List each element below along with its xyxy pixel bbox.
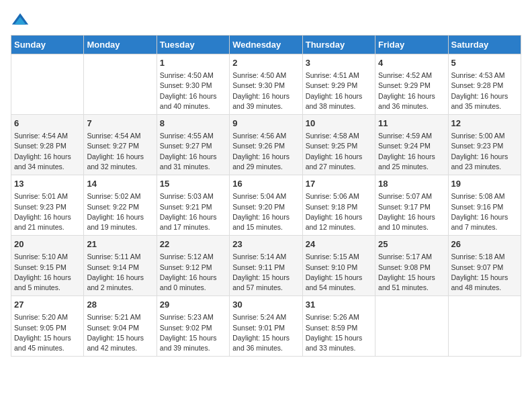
day-number: 22 [160,238,226,250]
day-info: Sunrise: 4:52 AM Sunset: 9:29 PM Dayligh… [378,71,445,111]
day-cell: 17Sunrise: 5:06 AM Sunset: 9:18 PM Dayli… [302,175,375,236]
header-saturday: Saturday [448,36,521,54]
day-cell: 5Sunrise: 4:53 AM Sunset: 9:28 PM Daylig… [448,54,521,115]
day-number: 6 [14,118,81,130]
day-cell: 19Sunrise: 5:08 AM Sunset: 9:16 PM Dayli… [448,175,521,236]
day-number: 28 [87,299,153,311]
day-cell: 6Sunrise: 4:54 AM Sunset: 9:28 PM Daylig… [11,115,84,175]
day-info: Sunrise: 4:51 AM Sunset: 9:29 PM Dayligh… [306,71,372,111]
day-cell [84,54,157,115]
header-sunday: Sunday [11,36,84,54]
day-number: 27 [14,299,81,311]
day-cell: 12Sunrise: 5:00 AM Sunset: 9:23 PM Dayli… [448,115,521,175]
day-info: Sunrise: 5:11 AM Sunset: 9:14 PM Dayligh… [87,252,153,293]
day-cell [11,54,84,115]
day-info: Sunrise: 4:54 AM Sunset: 9:27 PM Dayligh… [87,131,153,172]
day-number: 5 [451,57,518,69]
header-tuesday: Tuesday [157,36,229,54]
day-info: Sunrise: 5:23 AM Sunset: 9:02 PM Dayligh… [160,312,226,353]
day-info: Sunrise: 5:03 AM Sunset: 9:21 PM Dayligh… [160,191,226,232]
day-cell: 2Sunrise: 4:50 AM Sunset: 9:30 PM Daylig… [230,54,302,115]
header-friday: Friday [375,36,448,54]
day-number: 11 [378,118,445,130]
day-info: Sunrise: 4:50 AM Sunset: 9:30 PM Dayligh… [160,71,226,111]
day-info: Sunrise: 5:07 AM Sunset: 9:17 PM Dayligh… [378,191,445,232]
day-number: 7 [87,118,153,130]
day-info: Sunrise: 5:21 AM Sunset: 9:04 PM Dayligh… [87,312,153,353]
day-number: 19 [451,178,518,190]
day-cell: 26Sunrise: 5:18 AM Sunset: 9:07 PM Dayli… [448,236,521,296]
day-number: 14 [87,178,153,190]
day-info: Sunrise: 5:17 AM Sunset: 9:08 PM Dayligh… [378,252,445,293]
day-number: 1 [160,57,226,69]
day-cell: 29Sunrise: 5:23 AM Sunset: 9:02 PM Dayli… [157,296,229,357]
day-number: 17 [306,178,372,190]
day-info: Sunrise: 4:58 AM Sunset: 9:25 PM Dayligh… [306,131,372,172]
day-cell: 13Sunrise: 5:01 AM Sunset: 9:23 PM Dayli… [11,175,84,236]
day-info: Sunrise: 5:14 AM Sunset: 9:11 PM Dayligh… [232,252,299,293]
day-cell [448,296,521,357]
day-cell: 24Sunrise: 5:15 AM Sunset: 9:10 PM Dayli… [302,236,375,296]
day-info: Sunrise: 4:59 AM Sunset: 9:24 PM Dayligh… [378,131,445,172]
day-number: 13 [14,178,81,190]
day-number: 2 [232,57,299,69]
day-info: Sunrise: 5:00 AM Sunset: 9:23 PM Dayligh… [451,131,518,172]
day-info: Sunrise: 5:02 AM Sunset: 9:22 PM Dayligh… [87,191,153,232]
day-number: 10 [306,118,372,130]
week-row-4: 20Sunrise: 5:10 AM Sunset: 9:15 PM Dayli… [11,236,521,296]
day-number: 26 [451,238,518,250]
day-info: Sunrise: 5:26 AM Sunset: 8:59 PM Dayligh… [306,312,372,353]
day-number: 23 [232,238,299,250]
day-cell: 21Sunrise: 5:11 AM Sunset: 9:14 PM Dayli… [84,236,157,296]
day-number: 18 [378,178,445,190]
day-number: 29 [160,299,226,311]
day-number: 12 [451,118,518,130]
day-number: 30 [232,299,299,311]
header-monday: Monday [84,36,157,54]
day-info: Sunrise: 5:01 AM Sunset: 9:23 PM Dayligh… [14,191,81,232]
day-number: 16 [232,178,299,190]
day-info: Sunrise: 4:56 AM Sunset: 9:26 PM Dayligh… [232,131,299,172]
day-info: Sunrise: 5:10 AM Sunset: 9:15 PM Dayligh… [14,252,81,293]
day-cell: 1Sunrise: 4:50 AM Sunset: 9:30 PM Daylig… [157,54,229,115]
header-thursday: Thursday [302,36,375,54]
day-cell: 18Sunrise: 5:07 AM Sunset: 9:17 PM Dayli… [375,175,448,236]
day-cell: 8Sunrise: 4:55 AM Sunset: 9:27 PM Daylig… [157,115,229,175]
day-cell: 4Sunrise: 4:52 AM Sunset: 9:29 PM Daylig… [375,54,448,115]
header-wednesday: Wednesday [230,36,302,54]
day-info: Sunrise: 5:08 AM Sunset: 9:16 PM Dayligh… [451,191,518,232]
day-cell: 16Sunrise: 5:04 AM Sunset: 9:20 PM Dayli… [230,175,302,236]
day-info: Sunrise: 5:12 AM Sunset: 9:12 PM Dayligh… [160,252,226,293]
day-number: 9 [232,118,299,130]
day-info: Sunrise: 5:06 AM Sunset: 9:18 PM Dayligh… [306,191,372,232]
day-cell: 3Sunrise: 4:51 AM Sunset: 9:29 PM Daylig… [302,54,375,115]
day-info: Sunrise: 5:18 AM Sunset: 9:07 PM Dayligh… [451,252,518,293]
day-number: 4 [378,57,445,69]
day-cell: 11Sunrise: 4:59 AM Sunset: 9:24 PM Dayli… [375,115,448,175]
logo-icon [11,11,30,30]
day-number: 24 [306,238,372,250]
day-cell: 9Sunrise: 4:56 AM Sunset: 9:26 PM Daylig… [230,115,302,175]
week-row-2: 6Sunrise: 4:54 AM Sunset: 9:28 PM Daylig… [11,115,521,175]
day-info: Sunrise: 5:24 AM Sunset: 9:01 PM Dayligh… [232,312,299,353]
day-number: 3 [306,57,372,69]
week-row-1: 1Sunrise: 4:50 AM Sunset: 9:30 PM Daylig… [11,54,521,115]
day-number: 31 [306,299,372,311]
day-cell: 27Sunrise: 5:20 AM Sunset: 9:05 PM Dayli… [11,296,84,357]
day-number: 8 [160,118,226,130]
day-info: Sunrise: 5:15 AM Sunset: 9:10 PM Dayligh… [306,252,372,293]
day-cell: 14Sunrise: 5:02 AM Sunset: 9:22 PM Dayli… [84,175,157,236]
day-number: 25 [378,238,445,250]
day-cell: 7Sunrise: 4:54 AM Sunset: 9:27 PM Daylig… [84,115,157,175]
day-cell [375,296,448,357]
day-cell: 10Sunrise: 4:58 AM Sunset: 9:25 PM Dayli… [302,115,375,175]
day-number: 15 [160,178,226,190]
logo [11,11,32,30]
week-row-5: 27Sunrise: 5:20 AM Sunset: 9:05 PM Dayli… [11,296,521,357]
day-cell: 30Sunrise: 5:24 AM Sunset: 9:01 PM Dayli… [230,296,302,357]
day-number: 20 [14,238,81,250]
calendar-table: SundayMondayTuesdayWednesdayThursdayFrid… [11,35,521,357]
day-cell: 28Sunrise: 5:21 AM Sunset: 9:04 PM Dayli… [84,296,157,357]
page-header [11,11,521,30]
day-cell: 15Sunrise: 5:03 AM Sunset: 9:21 PM Dayli… [157,175,229,236]
